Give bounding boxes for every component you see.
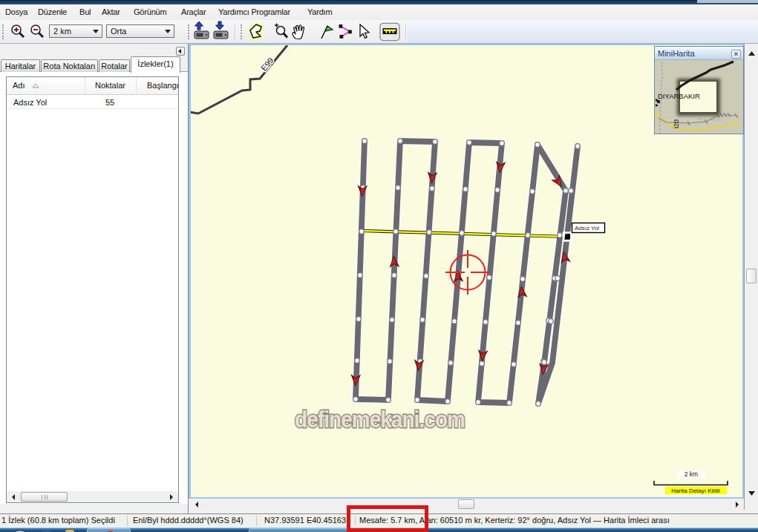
- svg-text:i20: i20: [673, 119, 680, 128]
- svg-text:DIYARBAKIR: DIYARBAKIR: [658, 92, 700, 100]
- svg-text:E99: E99: [259, 56, 275, 73]
- svg-text:2 km: 2 km: [685, 470, 698, 478]
- svg-text:definemekani.com: definemekani.com: [295, 407, 465, 433]
- svg-text:Harita Detayı Kilitli: Harita Detayı Kilitli: [671, 487, 720, 494]
- svg-text:Adsız Yol: Adsız Yol: [575, 225, 599, 231]
